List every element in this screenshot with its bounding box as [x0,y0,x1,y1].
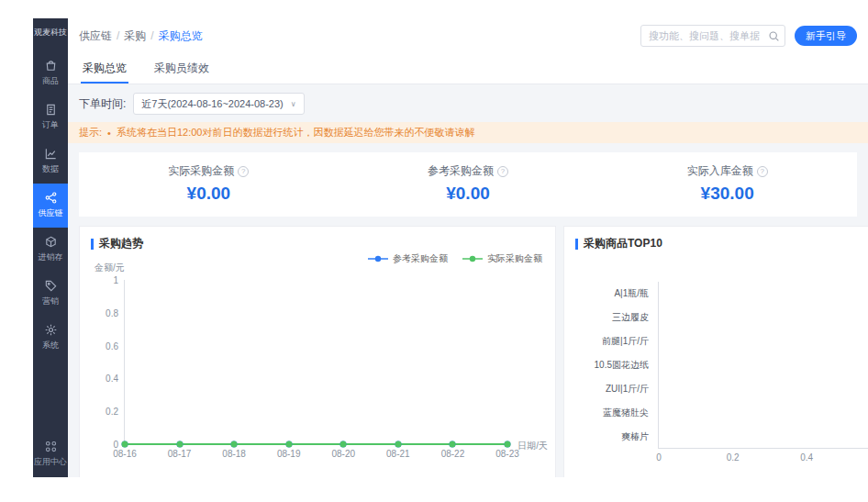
bar-category-label: 前腿|1斤/斤 [573,329,658,353]
sidebar-item-goods[interactable]: 商品 [33,51,68,95]
help-icon[interactable]: ? [238,166,249,177]
x-axis-tick: 08-18 [222,449,246,459]
search-icon[interactable] [768,29,780,46]
bar-category-label: 10.5圆花边纸 [573,353,658,377]
metric-label: 实际入库金额 ? [597,163,857,179]
y-axis-tick: 0.6 [106,340,118,351]
metric-value: ¥0.00 [339,184,598,204]
app-center-label: 应用中心 [34,456,67,468]
panel-header: 采购商品TOP10 [564,227,868,251]
help-icon[interactable]: ? [497,166,508,177]
metric-label-text: 参考采购金额 [428,163,494,179]
metric-value: ¥30.00 [597,184,857,204]
sidebar-item-supply-chain[interactable]: 供应链 [33,184,68,228]
metric-actual-inbound-amount: 实际入库金额 ? ¥30.00 [597,163,857,204]
sidebar-item-label: 系统 [42,340,59,351]
search-input[interactable] [640,25,785,47]
legend-label: 参考采购金额 [393,252,448,265]
inventory-icon [44,235,58,249]
notice-bar: 提示: • 系统将在当日12:00对前日的数据进行统计，因数据延迟给您带来的不便… [68,122,868,143]
bar-category-label: ZUI|1斤/斤 [573,377,658,401]
data-point[interactable] [505,441,511,448]
legend-item[interactable]: 参考采购金额 [368,252,448,265]
notice-text: 系统将在当日12:00对前日的数据进行统计，因数据延迟给您带来的不便敬请谅解 [117,126,475,139]
trend-plot: 00.20.40.60.8108-1608-1708-1808-1908-200… [124,280,507,445]
app-window: 观麦科技 商品 订单 数据 供应链 进销存 营销 系统 [33,18,868,477]
notice-prefix: 提示: [79,126,102,139]
trend-lines [125,280,507,444]
charts-row: 采购趋势 参考采购金额实际采购金额 金额/元 00.20.40.60.8108-… [79,226,868,477]
bar-category-label: 爽椿片 [573,425,658,449]
top10-products-panel: 采购商品TOP10 A|1瓶/瓶三边履皮前腿|1斤/斤10.5圆花边纸ZUI|1… [563,226,868,477]
panel-title: 采购商品TOP10 [584,236,662,251]
sidebar-item-inventory[interactable]: 进销存 [33,228,68,272]
x-axis-tick: 08-21 [386,449,410,459]
bar-category-label: A|1瓶/瓶 [573,282,658,306]
date-range-select[interactable]: 近7天(2024-08-16~2024-08-23) ∨ [133,93,304,115]
title-accent-bar [91,239,94,250]
tab-purchase-overview[interactable]: 采购总览 [81,53,128,84]
data-point[interactable] [450,441,456,448]
main-area: 供应链 / 采购 / 采购总览 新手引导 采购总览 采购员绩效 [68,18,868,477]
x-axis-tick: 08-23 [495,449,519,459]
data-point[interactable] [340,441,347,448]
y-axis-tick: 1 [113,275,118,285]
sidebar-item-system[interactable]: 系统 [33,316,68,360]
newbie-guide-button[interactable]: 新手引导 [795,26,857,46]
marketing-icon [44,279,58,293]
sidebar-item-data[interactable]: 数据 [33,139,68,184]
purchase-trend-panel: 采购趋势 参考采购金额实际采购金额 金额/元 00.20.40.60.8108-… [79,226,556,477]
goods-icon [44,59,58,73]
y-axis-title: 金额/元 [95,262,125,274]
sidebar-item-marketing[interactable]: 营销 [33,272,68,316]
metric-value: ¥0.00 [79,184,339,204]
metric-reference-purchase-amount: 参考采购金额 ? ¥0.00 [339,163,598,204]
metric-label: 参考采购金额 ? [339,163,598,179]
data-point[interactable] [122,441,128,448]
metric-label: 实际采购金额 ? [79,163,339,179]
legend-label: 实际采购金额 [487,252,542,265]
panel-header: 采购趋势 [80,227,555,251]
logo: 观麦科技 [33,18,68,51]
panel-title: 采购趋势 [99,236,143,251]
data-point[interactable] [231,441,238,448]
date-range-value: 近7天(2024-08-16~2024-08-23) [141,97,283,111]
x-axis-tick: 08-19 [277,449,301,459]
breadcrumb-current: 采购总览 [159,28,203,44]
x-axis-tick: 0.4 [800,452,813,463]
sidebar-item-orders[interactable]: 订单 [33,95,68,139]
data-point[interactable] [176,441,183,448]
supply-chain-icon [44,191,58,205]
breadcrumb-item-purchase[interactable]: 采购 [124,28,146,44]
breadcrumb-separator: / [150,29,153,42]
data-point[interactable] [285,441,292,448]
help-icon[interactable]: ? [757,166,768,177]
top10-plot: 00.20.4 [658,282,868,449]
tab-bar: 采购总览 采购员绩效 [68,53,868,84]
x-axis-tick: 08-17 [168,449,192,459]
x-axis-tick: 0.2 [727,452,740,463]
topbar-right: 新手引导 [640,25,857,47]
sidebar-item-label: 营销 [42,296,59,307]
breadcrumb: 供应链 / 采购 / 采购总览 [79,28,203,44]
x-axis-title: 日期/天 [517,440,548,452]
sidebar-item-app-center[interactable]: 应用中心 [33,432,68,477]
breadcrumb-item-supply-chain[interactable]: 供应链 [79,28,112,44]
sidebar: 观麦科技 商品 订单 数据 供应链 进销存 营销 系统 [33,18,68,477]
y-axis-tick: 0 [113,440,118,450]
data-point[interactable] [395,441,401,448]
data-icon [44,147,58,161]
sidebar-item-label: 订单 [42,119,59,131]
sidebar-item-label: 数据 [42,163,59,175]
chevron-down-icon: ∨ [291,100,296,108]
legend-item[interactable]: 实际采购金额 [462,252,542,265]
sidebar-item-label: 进销存 [39,251,63,263]
tab-buyer-performance[interactable]: 采购员绩效 [152,53,211,84]
bullet-icon: • [107,128,111,139]
system-icon [44,323,58,337]
sidebar-item-label: 供应链 [39,207,63,219]
search-box [640,25,785,47]
top10-chart: A|1瓶/瓶三边履皮前腿|1斤/斤10.5圆花边纸ZUI|1斤/斤蓝魔猪肚尖爽椿… [573,282,868,449]
top10-labels: A|1瓶/瓶三边履皮前腿|1斤/斤10.5圆花边纸ZUI|1斤/斤蓝魔猪肚尖爽椿… [573,282,658,449]
y-axis-tick: 0.4 [106,374,118,384]
